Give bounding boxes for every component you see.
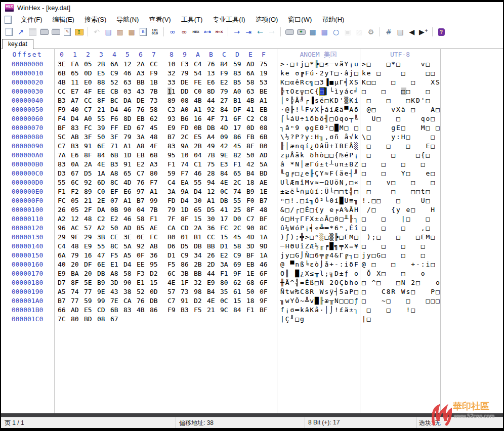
hex-bytes[interactable]: 6B650DE5C946A3F932795413F9836A19 bbox=[58, 69, 273, 78]
byte-cell[interactable]: 6B bbox=[110, 151, 123, 160]
byte-cell[interactable]: 7C bbox=[58, 315, 71, 324]
utf8-text[interactable]: □ v□ □ □ bbox=[362, 178, 436, 187]
byte-cell[interactable]: E9 bbox=[207, 278, 220, 287]
byte-cell[interactable]: 5A bbox=[123, 242, 137, 251]
menu-search[interactable]: 搜索(S) bbox=[79, 14, 111, 25]
byte-cell[interactable]: 76 bbox=[137, 178, 150, 187]
byte-cell[interactable]: FC bbox=[84, 123, 97, 133]
menu-edit[interactable]: 编辑(E) bbox=[48, 14, 79, 25]
byte-cell[interactable]: B5 bbox=[233, 78, 246, 87]
ansi-text[interactable]: jy□G⌡Ñ□6╤╔4&Γ╔┐□ bbox=[280, 251, 359, 260]
byte-cell[interactable]: 0D bbox=[246, 123, 260, 133]
byte-cell[interactable]: 68 bbox=[150, 151, 163, 160]
camera-icon[interactable]: ▣ bbox=[342, 27, 353, 37]
byte-cell[interactable]: C8 bbox=[260, 114, 273, 123]
byte-cell[interactable]: F7 bbox=[150, 178, 163, 187]
byte-cell[interactable]: 32 bbox=[167, 69, 181, 78]
properties-icon[interactable]: ✎ bbox=[62, 27, 73, 37]
byte-cell[interactable]: F3 bbox=[181, 60, 194, 69]
byte-cell[interactable]: C9 bbox=[181, 251, 194, 260]
byte-cell[interactable]: E2 bbox=[220, 251, 233, 260]
byte-cell[interactable]: 6B bbox=[110, 306, 123, 315]
hex-bytes[interactable]: FC05212E07A1B799FDD430A1DB55F0B7 bbox=[58, 196, 273, 205]
byte-cell[interactable]: 08 bbox=[97, 315, 110, 324]
byte-cell[interactable]: C7 bbox=[246, 214, 260, 224]
byte-cell[interactable]: 44 bbox=[207, 96, 220, 105]
byte-cell[interactable]: BA bbox=[71, 269, 84, 278]
ansi-text[interactable]: >·□+j□*╠□≤─väY¡u bbox=[280, 60, 359, 69]
byte-cell[interactable]: 77 bbox=[71, 296, 84, 306]
byte-cell[interactable]: 0C bbox=[220, 296, 233, 306]
byte-cell[interactable]: 4F bbox=[150, 142, 163, 151]
byte-cell[interactable]: BD bbox=[260, 169, 273, 178]
ansi-text[interactable]: ╙g╒□¿e╟ÇY≈F(äe┤╜ bbox=[280, 169, 359, 178]
byte-cell[interactable]: 0F bbox=[260, 287, 273, 296]
byte-cell[interactable]: 4D bbox=[246, 233, 260, 242]
byte-cell[interactable]: 9A bbox=[181, 187, 194, 196]
hex-bytes[interactable]: 4020DF6EE1D4EE95F5862B2D3A69EB46 bbox=[58, 260, 273, 269]
byte-cell[interactable]: CC bbox=[84, 96, 97, 105]
byte-cell[interactable]: 0B bbox=[110, 205, 123, 214]
byte-cell[interactable]: 3B bbox=[97, 233, 110, 242]
byte-cell[interactable]: A8 bbox=[137, 142, 150, 151]
ansi-text[interactable]: ·@╟!╘FvX├áíÆä▀Aδ bbox=[280, 105, 359, 114]
byte-cell[interactable]: B3 bbox=[110, 160, 123, 169]
byte-cell[interactable]: 2B bbox=[194, 142, 207, 151]
byte-cell[interactable]: CD bbox=[97, 306, 110, 315]
byte-cell[interactable]: D1 bbox=[167, 251, 181, 260]
byte-cell[interactable]: B1 bbox=[233, 96, 246, 105]
tab-keydat[interactable]: key.dat bbox=[2, 39, 33, 49]
byte-cell[interactable]: 44 bbox=[207, 269, 220, 278]
byte-cell[interactable]: 30 bbox=[194, 196, 207, 205]
byte-cell[interactable]: 4D bbox=[220, 123, 233, 133]
hex-bytes[interactable]: B3A7CC8FBCDADE7389084B4427B14BA1 bbox=[58, 96, 273, 105]
hex-bytes[interactable]: CCE74FEECB03437B11DDC08D79A063BE bbox=[58, 87, 273, 96]
byte-cell[interactable]: 83 bbox=[71, 123, 84, 133]
forward-icon[interactable]: → bbox=[266, 27, 277, 37]
byte-cell[interactable]: 42 bbox=[246, 160, 260, 169]
byte-cell[interactable]: 41 bbox=[246, 105, 260, 114]
utf8-text[interactable]: U□ □ qo□ bbox=[362, 114, 436, 123]
byte-cell[interactable]: C7 bbox=[84, 105, 97, 114]
hex-bytes[interactable]: C448E9558C5A92ABD6D5DBBBD1583D9D bbox=[58, 242, 273, 251]
byte-cell[interactable]: 67 bbox=[71, 169, 84, 178]
utf8-text[interactable]: |□ bbox=[362, 315, 371, 324]
next-window-icon[interactable]: ▶⁺ bbox=[418, 27, 429, 37]
byte-cell[interactable]: 08 bbox=[181, 96, 194, 105]
byte-cell[interactable]: 04 bbox=[194, 151, 207, 160]
byte-cell[interactable]: BE bbox=[260, 87, 273, 96]
byte-cell[interactable]: 39 bbox=[97, 123, 110, 133]
byte-cell[interactable]: B0 bbox=[167, 233, 181, 242]
hex-bytes[interactable]: A21248C2E24658F17F8F153017D0C7BF bbox=[58, 214, 273, 224]
byte-cell[interactable]: 50 bbox=[110, 224, 123, 233]
byte-cell[interactable]: 15 bbox=[220, 233, 233, 242]
byte-cell[interactable]: EE bbox=[137, 260, 150, 269]
byte-cell[interactable]: 91 bbox=[123, 160, 137, 169]
byte-cell[interactable]: D4 bbox=[181, 196, 194, 205]
open-disk-icon[interactable] bbox=[284, 27, 295, 37]
byte-cell[interactable]: 5A bbox=[260, 160, 273, 169]
byte-cell[interactable]: C7 bbox=[167, 296, 181, 306]
binary-copy-icon[interactable]: 101 010 bbox=[149, 27, 160, 37]
byte-cell[interactable]: DA bbox=[97, 205, 110, 214]
byte-cell[interactable]: E2 bbox=[137, 160, 150, 169]
utf8-text[interactable]: □ □ □{□ bbox=[362, 151, 431, 160]
byte-cell[interactable]: FB bbox=[246, 133, 260, 142]
byte-cell[interactable]: 83 bbox=[233, 69, 246, 78]
byte-cell[interactable]: 28 bbox=[207, 169, 220, 178]
byte-cell[interactable]: 21 bbox=[97, 105, 110, 114]
ansi-text[interactable]: f¡σ═kâKå·│⌡!£ä±┐ bbox=[280, 306, 359, 315]
utf8-text[interactable]: \□ y:H□ □ bbox=[362, 133, 436, 142]
byte-cell[interactable]: 46 bbox=[194, 169, 207, 178]
byte-cell[interactable]: 83 bbox=[58, 160, 71, 169]
byte-cell[interactable]: 74 bbox=[181, 160, 194, 169]
byte-cell[interactable]: 4B bbox=[246, 96, 260, 105]
byte-cell[interactable]: 21 bbox=[84, 196, 97, 205]
byte-cell[interactable]: 92 bbox=[207, 105, 220, 114]
byte-cell[interactable]: F1 bbox=[246, 306, 260, 315]
byte-cell[interactable]: 4F bbox=[84, 87, 97, 96]
byte-cell[interactable]: E5 bbox=[97, 69, 110, 78]
byte-cell[interactable]: AB bbox=[150, 242, 163, 251]
byte-cell[interactable]: 3A bbox=[220, 260, 233, 269]
byte-cell[interactable]: 67 bbox=[110, 315, 123, 324]
